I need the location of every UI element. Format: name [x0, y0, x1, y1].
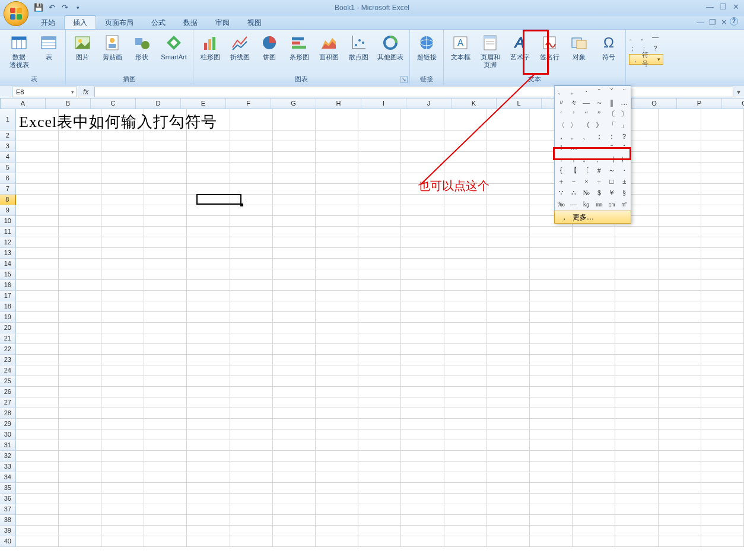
- symbol-item[interactable]: 〔: [580, 165, 593, 176]
- cell[interactable]: [273, 109, 316, 131]
- cell[interactable]: [187, 141, 230, 152]
- restore-button[interactable]: ❐: [720, 2, 727, 11]
- cell[interactable]: [487, 248, 530, 259]
- cell[interactable]: [358, 429, 401, 440]
- cell[interactable]: [187, 184, 230, 195]
- cell[interactable]: [444, 429, 487, 440]
- symbol-item[interactable]: ‖: [605, 97, 618, 109]
- cell[interactable]: [59, 536, 101, 547]
- cell[interactable]: [273, 494, 316, 504]
- cell[interactable]: [659, 462, 701, 472]
- row-header[interactable]: 28: [0, 408, 16, 419]
- cell[interactable]: [230, 376, 273, 387]
- cell[interactable]: [16, 344, 59, 355]
- cell[interactable]: [358, 365, 401, 376]
- cell[interactable]: [530, 227, 573, 237]
- cell[interactable]: [59, 451, 101, 462]
- cell[interactable]: [101, 419, 144, 429]
- cell[interactable]: [101, 152, 144, 163]
- row-header[interactable]: 9: [0, 205, 16, 216]
- cell[interactable]: [444, 291, 487, 301]
- cell[interactable]: [101, 195, 144, 205]
- save-icon[interactable]: 💾: [33, 2, 44, 13]
- cell[interactable]: [358, 205, 401, 216]
- cell[interactable]: [401, 408, 444, 419]
- cell[interactable]: [316, 462, 358, 472]
- cell[interactable]: [230, 248, 273, 259]
- cell[interactable]: [487, 205, 530, 216]
- cell[interactable]: [444, 376, 487, 387]
- cell[interactable]: [16, 237, 59, 248]
- cell[interactable]: [144, 536, 187, 547]
- cell[interactable]: [444, 227, 487, 237]
- cell[interactable]: [273, 333, 316, 344]
- row-header[interactable]: 17: [0, 291, 16, 301]
- cell[interactable]: [487, 269, 530, 280]
- cell[interactable]: [530, 504, 573, 515]
- cell[interactable]: [530, 259, 573, 269]
- cell[interactable]: [530, 472, 573, 483]
- cell[interactable]: [316, 408, 358, 419]
- symbol-item[interactable]: ±: [618, 176, 631, 187]
- cell[interactable]: [59, 216, 101, 227]
- cell[interactable]: [615, 248, 658, 259]
- cell[interactable]: [701, 451, 744, 462]
- cell[interactable]: [659, 387, 701, 397]
- cell[interactable]: [59, 472, 101, 483]
- cell[interactable]: [659, 163, 701, 173]
- symbol-item[interactable]: …: [618, 97, 631, 109]
- cell[interactable]: [530, 312, 573, 323]
- cell[interactable]: [59, 494, 101, 504]
- symbol-item[interactable]: ～: [593, 97, 605, 109]
- cell[interactable]: [487, 440, 530, 451]
- cell[interactable]: [187, 301, 230, 312]
- cell[interactable]: [273, 184, 316, 195]
- cell[interactable]: [316, 237, 358, 248]
- cell[interactable]: [101, 237, 144, 248]
- cell[interactable]: [59, 387, 101, 397]
- cell[interactable]: [101, 259, 144, 269]
- cell[interactable]: [401, 504, 444, 515]
- cell[interactable]: [16, 472, 59, 483]
- cell[interactable]: [187, 365, 230, 376]
- cell[interactable]: [530, 515, 573, 526]
- cell[interactable]: [573, 462, 615, 472]
- cell[interactable]: [444, 440, 487, 451]
- cell[interactable]: [187, 237, 230, 248]
- cell[interactable]: [230, 344, 273, 355]
- symbol-item[interactable]: ，: [555, 131, 567, 142]
- cell[interactable]: [358, 237, 401, 248]
- cell[interactable]: [615, 397, 658, 408]
- cell[interactable]: [444, 387, 487, 397]
- cell[interactable]: [230, 184, 273, 195]
- cell[interactable]: [101, 205, 144, 216]
- cell[interactable]: [59, 526, 101, 536]
- cell[interactable]: [316, 526, 358, 536]
- row-header[interactable]: 29: [0, 419, 16, 429]
- cell[interactable]: [659, 141, 701, 152]
- cell[interactable]: [530, 344, 573, 355]
- cell[interactable]: [316, 451, 358, 462]
- cell[interactable]: [144, 291, 187, 301]
- cell[interactable]: [401, 462, 444, 472]
- cell[interactable]: [615, 301, 658, 312]
- cell[interactable]: [659, 408, 701, 419]
- cell[interactable]: [573, 483, 615, 494]
- row-header[interactable]: 10: [0, 216, 16, 227]
- cell[interactable]: [144, 462, 187, 472]
- cell[interactable]: [487, 504, 530, 515]
- cell[interactable]: [444, 237, 487, 248]
- cell[interactable]: [573, 269, 615, 280]
- cell[interactable]: [187, 536, 230, 547]
- cell[interactable]: [316, 280, 358, 291]
- cell[interactable]: [230, 429, 273, 440]
- cell[interactable]: [659, 280, 701, 291]
- cell[interactable]: [659, 131, 701, 141]
- cell[interactable]: [273, 227, 316, 237]
- cell[interactable]: [316, 248, 358, 259]
- cell[interactable]: [573, 387, 615, 397]
- cell[interactable]: [487, 408, 530, 419]
- symbol-item[interactable]: ‘: [555, 109, 567, 120]
- cell[interactable]: [101, 504, 144, 515]
- header-footer-button[interactable]: 页眉和页脚: [477, 33, 503, 69]
